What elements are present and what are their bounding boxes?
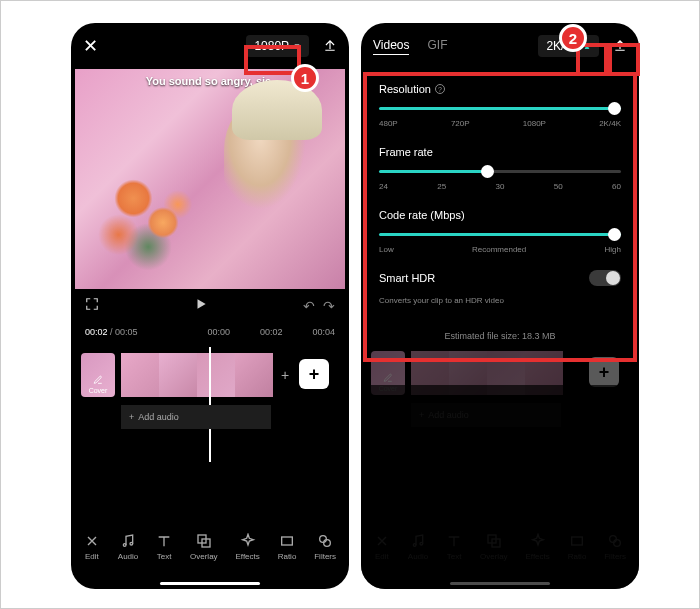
cover-chip[interactable]: Cover	[81, 353, 115, 397]
add-clip-button[interactable]: +	[299, 359, 329, 389]
bottom-toolbar: Edit Audio Text Overlay Effects Ratio Fi…	[71, 523, 349, 571]
slider-thumb[interactable]	[481, 165, 494, 178]
tool-text[interactable]: Text	[156, 533, 172, 561]
tool-ratio[interactable]: Ratio	[278, 533, 297, 561]
bottom-toolbar-dimmed: Edit Audio Text Overlay Effects Ratio Fi…	[361, 523, 639, 571]
tool-edit[interactable]: Edit	[84, 533, 100, 561]
export-icon[interactable]	[323, 38, 337, 55]
fullscreen-icon[interactable]	[85, 297, 99, 315]
clip-thumb[interactable]	[159, 353, 197, 397]
clip-thumb[interactable]	[235, 353, 273, 397]
setting-resolution: Resolution ? 480P 720P 1080P 2K/4K	[379, 83, 621, 128]
tool-label: Text	[157, 552, 172, 561]
export-settings: Resolution ? 480P 720P 1080P 2K/4K Frame…	[361, 69, 639, 327]
resolution-dropdown[interactable]: 1080P ▼	[246, 35, 309, 57]
top-bar: ✕ 1080P ▼	[71, 23, 349, 69]
setting-smart-hdr: Smart HDR Converts your clip to an HDR v…	[379, 272, 621, 305]
hdr-toggle[interactable]	[589, 270, 621, 286]
resolution-slider[interactable]	[379, 107, 621, 111]
tool-label: Ratio	[278, 552, 297, 561]
export-icon[interactable]	[613, 38, 627, 55]
svg-point-8	[420, 542, 423, 545]
tool-label: Filters	[314, 552, 336, 561]
svg-point-13	[614, 540, 621, 547]
tick: 25	[437, 182, 446, 191]
setting-label: Code rate (Mbps)	[379, 209, 621, 221]
video-preview[interactable]: You sound so angry, sis.	[75, 69, 345, 289]
plus-small-icon[interactable]: +	[281, 367, 289, 383]
tick: 1080P	[523, 119, 546, 128]
estimated-size: Estimated file size: 18.3 MB	[361, 331, 639, 341]
time-ticks: 00:00 00:02 00:04	[207, 327, 335, 337]
time-sep: /	[108, 327, 116, 337]
tab-videos[interactable]: Videos	[373, 38, 409, 55]
tool-label: Ratio	[568, 552, 587, 561]
slider-ticks: Low Recommended High	[379, 245, 621, 254]
frame-rate-slider[interactable]	[379, 170, 621, 174]
add-audio-button[interactable]: + Add audio	[121, 405, 271, 429]
tick: Recommended	[472, 245, 526, 254]
time-tick: 00:04	[312, 327, 335, 337]
plus-icon: +	[309, 364, 320, 385]
slider-ticks: 24 25 30 50 60	[379, 182, 621, 191]
phone-left: ✕ 1080P ▼ You sound so angry, sis.	[71, 23, 349, 589]
resolution-value: 1080P	[254, 39, 289, 53]
slider-thumb[interactable]	[608, 102, 621, 115]
time-total: 00:05	[115, 327, 138, 337]
home-indicator	[160, 582, 260, 585]
code-rate-slider[interactable]	[379, 233, 621, 237]
tick: 50	[554, 182, 563, 191]
time-current: 00:02	[85, 327, 108, 337]
tool-label: Overlay	[480, 552, 508, 561]
svg-point-6	[324, 540, 331, 547]
home-indicator	[450, 582, 550, 585]
add-audio-label: Add audio	[138, 412, 179, 422]
tick: 480P	[379, 119, 398, 128]
undo-icon[interactable]: ↶	[303, 298, 315, 314]
tick: 24	[379, 182, 388, 191]
time-bar: 00:02 / 00:05 00:00 00:02 00:04	[71, 323, 349, 341]
tool-audio[interactable]: Audio	[118, 533, 138, 561]
time-tick: 00:02	[260, 327, 283, 337]
tab-gif[interactable]: GIF	[427, 38, 447, 54]
clip-thumb[interactable]	[121, 353, 159, 397]
close-icon[interactable]: ✕	[83, 35, 98, 57]
play-icon[interactable]	[99, 297, 303, 315]
tool-label: Text	[447, 552, 462, 561]
add-clip-button: +	[589, 357, 619, 387]
phone-right: Videos GIF 2K/4K ▲ Resolution ?	[361, 23, 639, 589]
time-tick: 00:00	[207, 327, 230, 337]
player-controls: ↶ ↷	[71, 289, 349, 323]
tool-effects[interactable]: Effects	[235, 533, 259, 561]
tick: Low	[379, 245, 394, 254]
svg-point-5	[320, 536, 327, 543]
slider-thumb[interactable]	[608, 228, 621, 241]
export-tabs: Videos GIF	[373, 38, 447, 55]
tool-filters[interactable]: Filters	[314, 533, 336, 561]
setting-label: Frame rate	[379, 146, 621, 158]
clip-strip	[411, 351, 563, 395]
info-icon[interactable]: ?	[435, 84, 445, 94]
svg-point-12	[610, 536, 617, 543]
tick: 30	[496, 182, 505, 191]
slider-ticks: 480P 720P 1080P 2K/4K	[379, 119, 621, 128]
annotation-badge-1: 1	[291, 64, 319, 92]
svg-rect-4	[282, 537, 293, 545]
add-audio-button: +Add audio	[411, 403, 561, 427]
redo-icon[interactable]: ↷	[323, 298, 335, 314]
clip-strip[interactable]	[121, 353, 273, 397]
label-text: Resolution	[379, 83, 431, 95]
tool-label: Effects	[525, 552, 549, 561]
tool-label: Edit	[85, 552, 99, 561]
svg-point-1	[130, 542, 133, 545]
tool-label: Effects	[235, 552, 259, 561]
timeline[interactable]: Cover + + + Add audio	[71, 353, 349, 461]
clip-thumb[interactable]	[197, 353, 235, 397]
tick: 60	[612, 182, 621, 191]
tick: 2K/4K	[599, 119, 621, 128]
setting-code-rate: Code rate (Mbps) Low Recommended High	[379, 209, 621, 254]
undo-redo-group: ↶ ↷	[303, 298, 335, 314]
annotation-badge-2: 2	[559, 24, 587, 52]
tool-overlay[interactable]: Overlay	[190, 533, 218, 561]
cover-label: Cover	[379, 385, 398, 392]
